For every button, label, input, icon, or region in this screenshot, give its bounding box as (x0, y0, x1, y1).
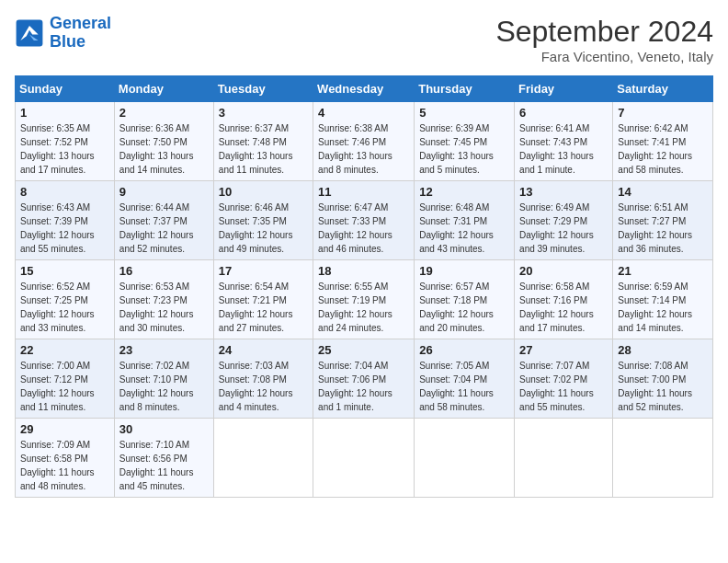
day-number: 27 (519, 343, 608, 357)
day-detail: Sunrise: 6:46 AMSunset: 7:35 PMDaylight:… (219, 202, 293, 254)
week-row-1: 1 Sunrise: 6:35 AMSunset: 7:52 PMDayligh… (16, 102, 713, 181)
column-header-monday: Monday (114, 76, 213, 102)
day-number: 9 (119, 185, 209, 199)
day-number: 2 (119, 106, 209, 120)
calendar-cell: 5 Sunrise: 6:39 AMSunset: 7:45 PMDayligh… (415, 102, 515, 181)
day-number: 8 (20, 185, 109, 199)
day-number: 22 (20, 343, 109, 357)
day-number: 17 (219, 264, 308, 278)
day-detail: Sunrise: 6:57 AMSunset: 7:18 PMDaylight:… (419, 282, 494, 333)
week-row-5: 29 Sunrise: 7:09 AMSunset: 6:58 PMDaylig… (16, 419, 713, 498)
calendar-cell (313, 419, 415, 498)
calendar-cell: 6 Sunrise: 6:41 AMSunset: 7:43 PMDayligh… (515, 102, 613, 181)
logo: General Blue (15, 15, 111, 52)
calendar-cell: 20 Sunrise: 6:58 AMSunset: 7:16 PMDaylig… (515, 260, 613, 339)
day-number: 6 (519, 106, 608, 120)
calendar-cell: 2 Sunrise: 6:36 AMSunset: 7:50 PMDayligh… (114, 102, 213, 181)
day-number: 1 (20, 106, 109, 120)
day-detail: Sunrise: 6:35 AMSunset: 7:52 PMDaylight:… (20, 123, 95, 175)
day-detail: Sunrise: 7:08 AMSunset: 7:00 PMDaylight:… (618, 361, 692, 412)
day-number: 11 (318, 185, 409, 199)
day-detail: Sunrise: 6:43 AMSunset: 7:39 PMDaylight:… (20, 202, 95, 254)
column-header-sunday: Sunday (16, 76, 115, 102)
calendar-cell: 25 Sunrise: 7:04 AMSunset: 7:06 PMDaylig… (313, 339, 415, 419)
calendar-cell: 27 Sunrise: 7:07 AMSunset: 7:02 PMDaylig… (515, 339, 613, 419)
day-number: 5 (419, 106, 509, 120)
logo-line1: General (50, 14, 111, 32)
day-detail: Sunrise: 6:49 AMSunset: 7:29 PMDaylight:… (519, 202, 594, 254)
calendar-cell: 21 Sunrise: 6:59 AMSunset: 7:14 PMDaylig… (613, 260, 713, 339)
day-number: 13 (519, 185, 608, 199)
logo-icon (15, 18, 44, 48)
page-header: General Blue September 2024 Fara Vicenti… (15, 15, 713, 64)
calendar-cell: 19 Sunrise: 6:57 AMSunset: 7:18 PMDaylig… (415, 260, 515, 339)
calendar-cell: 29 Sunrise: 7:09 AMSunset: 6:58 PMDaylig… (16, 419, 115, 498)
day-detail: Sunrise: 7:09 AMSunset: 6:58 PMDaylight:… (20, 440, 95, 491)
week-row-3: 15 Sunrise: 6:52 AMSunset: 7:25 PMDaylig… (16, 260, 713, 339)
column-header-wednesday: Wednesday (313, 76, 415, 102)
day-number: 25 (318, 343, 409, 357)
calendar-table: SundayMondayTuesdayWednesdayThursdayFrid… (15, 75, 713, 498)
title-block: September 2024 Fara Vicentino, Veneto, I… (495, 15, 713, 64)
day-detail: Sunrise: 6:44 AMSunset: 7:37 PMDaylight:… (119, 202, 194, 254)
day-detail: Sunrise: 7:04 AMSunset: 7:06 PMDaylight:… (318, 361, 392, 412)
calendar-cell: 11 Sunrise: 6:47 AMSunset: 7:33 PMDaylig… (313, 181, 415, 260)
calendar-cell: 17 Sunrise: 6:54 AMSunset: 7:21 PMDaylig… (213, 260, 313, 339)
day-detail: Sunrise: 6:55 AMSunset: 7:19 PMDaylight:… (318, 282, 392, 333)
week-row-4: 22 Sunrise: 7:00 AMSunset: 7:12 PMDaylig… (16, 339, 713, 419)
header-row: SundayMondayTuesdayWednesdayThursdayFrid… (16, 76, 713, 102)
calendar-cell: 12 Sunrise: 6:48 AMSunset: 7:31 PMDaylig… (415, 181, 515, 260)
day-detail: Sunrise: 6:36 AMSunset: 7:50 PMDaylight:… (119, 123, 194, 175)
calendar-cell: 9 Sunrise: 6:44 AMSunset: 7:37 PMDayligh… (114, 181, 213, 260)
day-number: 26 (419, 343, 509, 357)
day-detail: Sunrise: 6:58 AMSunset: 7:16 PMDaylight:… (519, 282, 594, 333)
day-number: 29 (20, 422, 109, 436)
calendar-cell: 7 Sunrise: 6:42 AMSunset: 7:41 PMDayligh… (613, 102, 713, 181)
day-number: 24 (219, 343, 308, 357)
calendar-cell: 1 Sunrise: 6:35 AMSunset: 7:52 PMDayligh… (16, 102, 115, 181)
day-detail: Sunrise: 6:54 AMSunset: 7:21 PMDaylight:… (219, 282, 293, 333)
logo-line2: Blue (50, 32, 85, 51)
calendar-cell: 24 Sunrise: 7:03 AMSunset: 7:08 PMDaylig… (213, 339, 313, 419)
month-title: September 2024 (495, 15, 713, 49)
calendar-cell: 3 Sunrise: 6:37 AMSunset: 7:48 PMDayligh… (213, 102, 313, 181)
week-row-2: 8 Sunrise: 6:43 AMSunset: 7:39 PMDayligh… (16, 181, 713, 260)
day-detail: Sunrise: 7:05 AMSunset: 7:04 PMDaylight:… (419, 361, 494, 412)
calendar-cell (613, 419, 713, 498)
day-number: 4 (318, 106, 409, 120)
calendar-cell: 28 Sunrise: 7:08 AMSunset: 7:00 PMDaylig… (613, 339, 713, 419)
day-detail: Sunrise: 6:38 AMSunset: 7:46 PMDaylight:… (318, 123, 392, 175)
day-detail: Sunrise: 6:41 AMSunset: 7:43 PMDaylight:… (519, 123, 594, 175)
column-header-saturday: Saturday (613, 76, 713, 102)
calendar-cell: 16 Sunrise: 6:53 AMSunset: 7:23 PMDaylig… (114, 260, 213, 339)
column-header-thursday: Thursday (415, 76, 515, 102)
column-header-tuesday: Tuesday (213, 76, 313, 102)
calendar-cell: 4 Sunrise: 6:38 AMSunset: 7:46 PMDayligh… (313, 102, 415, 181)
calendar-cell (213, 419, 313, 498)
calendar-cell (415, 419, 515, 498)
day-detail: Sunrise: 7:00 AMSunset: 7:12 PMDaylight:… (20, 361, 95, 412)
calendar-cell: 18 Sunrise: 6:55 AMSunset: 7:19 PMDaylig… (313, 260, 415, 339)
day-number: 10 (219, 185, 308, 199)
day-number: 20 (519, 264, 608, 278)
logo-text: General Blue (50, 15, 111, 52)
day-number: 7 (618, 106, 708, 120)
calendar-cell: 22 Sunrise: 7:00 AMSunset: 7:12 PMDaylig… (16, 339, 115, 419)
day-detail: Sunrise: 6:42 AMSunset: 7:41 PMDaylight:… (618, 123, 692, 175)
day-detail: Sunrise: 6:53 AMSunset: 7:23 PMDaylight:… (119, 282, 194, 333)
day-detail: Sunrise: 7:02 AMSunset: 7:10 PMDaylight:… (119, 361, 194, 412)
svg-rect-0 (17, 19, 43, 46)
day-number: 23 (119, 343, 209, 357)
calendar-cell: 14 Sunrise: 6:51 AMSunset: 7:27 PMDaylig… (613, 181, 713, 260)
day-number: 21 (618, 264, 708, 278)
day-number: 3 (219, 106, 308, 120)
day-number: 16 (119, 264, 209, 278)
day-detail: Sunrise: 6:52 AMSunset: 7:25 PMDaylight:… (20, 282, 95, 333)
calendar-cell: 10 Sunrise: 6:46 AMSunset: 7:35 PMDaylig… (213, 181, 313, 260)
calendar-cell: 8 Sunrise: 6:43 AMSunset: 7:39 PMDayligh… (16, 181, 115, 260)
day-detail: Sunrise: 7:03 AMSunset: 7:08 PMDaylight:… (219, 361, 293, 412)
calendar-cell (515, 419, 613, 498)
day-detail: Sunrise: 6:39 AMSunset: 7:45 PMDaylight:… (419, 123, 494, 175)
day-detail: Sunrise: 6:59 AMSunset: 7:14 PMDaylight:… (618, 282, 692, 333)
calendar-cell: 30 Sunrise: 7:10 AMSunset: 6:56 PMDaylig… (114, 419, 213, 498)
